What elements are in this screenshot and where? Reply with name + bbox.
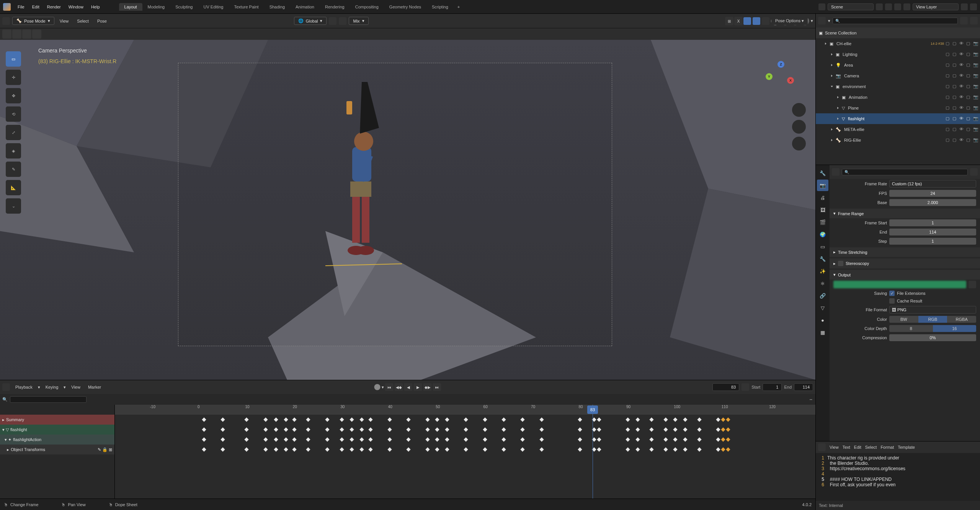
keyframe-icon[interactable] xyxy=(673,447,678,451)
keyframe-icon[interactable] xyxy=(721,447,725,451)
keyframe-icon[interactable] xyxy=(464,427,468,432)
keyframe-icon[interactable] xyxy=(726,437,730,441)
constraint-tab-icon[interactable]: 🔗 xyxy=(817,290,828,301)
keyframe-icon[interactable] xyxy=(683,427,687,432)
keyframe-icon[interactable] xyxy=(445,437,449,441)
te-format-menu[interactable]: Format xyxy=(880,445,894,450)
annotate-tool[interactable]: ✎ xyxy=(6,162,21,177)
keyframe-icon[interactable] xyxy=(220,427,225,432)
render-toggle-icon[interactable]: 📷 xyxy=(973,95,978,100)
te-select-menu[interactable]: Select xyxy=(865,445,877,450)
keyframe-icon[interactable] xyxy=(626,447,630,451)
frame-range-section[interactable]: ▾ Frame Range xyxy=(830,209,980,218)
keyframe-icon[interactable] xyxy=(716,417,720,422)
viewport-canvas[interactable]: Camera Perspective (83) RIG-Ellie : IK-M… xyxy=(0,40,815,380)
keyframe-icon[interactable] xyxy=(697,437,701,441)
keyframe-icon[interactable] xyxy=(626,437,630,441)
scene-new-icon[interactable] xyxy=(876,3,883,10)
output-section[interactable]: ▾ Output xyxy=(830,270,980,280)
viewport-toggle-icon[interactable]: ▢ xyxy=(966,62,972,68)
keyframe-icon[interactable] xyxy=(435,427,439,432)
render-toggle-icon[interactable]: 📷 xyxy=(973,52,978,57)
keyframe-icon[interactable] xyxy=(726,427,730,432)
viewport-toggle-icon[interactable]: ▢ xyxy=(966,95,972,100)
keyframe-icon[interactable] xyxy=(369,427,373,432)
select-toggle-icon[interactable]: ▢ xyxy=(952,84,958,89)
select-mode-4-icon[interactable] xyxy=(32,29,41,39)
snap-toggle-icon[interactable] xyxy=(339,17,346,25)
keyframe-icon[interactable] xyxy=(435,437,439,441)
workspace-tab-sculpting[interactable]: Sculpting xyxy=(170,3,198,11)
keyframe-icon[interactable] xyxy=(483,427,487,432)
keyframe-icon[interactable] xyxy=(369,447,373,451)
end-frame-field[interactable]: 114 xyxy=(794,383,813,391)
keyframe-icon[interactable] xyxy=(306,427,310,432)
viewport-toggle-icon[interactable]: ▢ xyxy=(966,127,972,132)
keyframe-icon[interactable] xyxy=(521,437,525,441)
keyframe-icon[interactable] xyxy=(387,427,392,432)
keyframe-icon[interactable] xyxy=(663,427,668,432)
render-toggle-icon[interactable]: 📷 xyxy=(973,62,978,68)
scene-copy-icon[interactable] xyxy=(885,3,892,10)
pivot-dropdown-icon[interactable] xyxy=(329,17,336,25)
workspace-tab-geonodes[interactable]: Geometry Nodes xyxy=(384,3,426,11)
select-toggle-icon[interactable]: ▢ xyxy=(952,62,958,68)
exclude-toggle-icon[interactable]: ▢ xyxy=(946,62,951,68)
fps-field[interactable]: 24 xyxy=(889,190,976,197)
outliner-item-flashlight[interactable]: ▽flashlight▢▢👁▢📷 xyxy=(816,113,980,124)
editor-type-icon[interactable] xyxy=(832,168,840,176)
keyframe-icon[interactable] xyxy=(578,447,582,451)
keyframe-icon[interactable] xyxy=(245,417,249,422)
outliner-item-animation[interactable]: ▣Animation▢▢👁▢📷 xyxy=(816,92,980,103)
modifier-tab-icon[interactable]: 🔧 xyxy=(817,253,828,265)
frame-step-field[interactable]: 1 xyxy=(889,238,976,245)
hide-toggle-icon[interactable]: 👁 xyxy=(959,73,965,78)
keyframe-icon[interactable] xyxy=(306,437,310,441)
keyframe-icon[interactable] xyxy=(721,437,725,441)
keyframe-icon[interactable] xyxy=(263,437,268,441)
color-bw-button[interactable]: BW xyxy=(889,316,918,323)
keyframe-icon[interactable] xyxy=(683,437,687,441)
workspace-tab-modeling[interactable]: Modeling xyxy=(142,3,170,11)
keyframe-icon[interactable] xyxy=(292,447,296,451)
keyframe-icon[interactable] xyxy=(425,437,430,441)
keyframe-icon[interactable] xyxy=(263,447,268,451)
properties-search-input[interactable] xyxy=(842,169,968,175)
depth-8-button[interactable]: 8 xyxy=(889,325,933,332)
keyframe-icon[interactable] xyxy=(663,437,668,441)
keyframe-icon[interactable] xyxy=(721,427,725,432)
te-edit-menu[interactable]: Edit xyxy=(854,445,861,450)
viewlayer-name-field[interactable] xyxy=(913,3,959,10)
action-row[interactable]: ▾ ✦ flashlightAction xyxy=(0,435,114,445)
keyframe-icon[interactable] xyxy=(406,427,410,432)
rotate-tool[interactable]: ⟲ xyxy=(6,106,21,122)
keyframe-icon[interactable] xyxy=(306,447,310,451)
edit-menu[interactable]: Edit xyxy=(28,3,43,11)
character-rig[interactable] xyxy=(325,78,402,293)
pan-gizmo-icon[interactable] xyxy=(792,120,806,134)
keyframe-icon[interactable] xyxy=(340,447,344,451)
file-format-dropdown[interactable]: 🖼 PNG xyxy=(889,306,976,314)
render-toggle-icon[interactable]: 📷 xyxy=(973,84,978,89)
keyframe-icon[interactable] xyxy=(578,427,582,432)
viewport-toggle-icon[interactable]: ▢ xyxy=(966,84,972,89)
keyframe-icon[interactable] xyxy=(716,427,720,432)
expand-toggle-icon[interactable] xyxy=(831,86,833,87)
xray-toggle-icon[interactable] xyxy=(762,17,769,25)
keyframe-icon[interactable] xyxy=(425,447,430,451)
keyframe-icon[interactable] xyxy=(597,417,601,422)
data-tab-icon[interactable]: ▽ xyxy=(817,302,828,314)
help-menu[interactable]: Help xyxy=(87,3,104,11)
keyframe-icon[interactable] xyxy=(292,417,296,422)
keyframe-icon[interactable] xyxy=(726,417,730,422)
keyframe-icon[interactable] xyxy=(726,447,730,451)
file-menu[interactable]: File xyxy=(14,3,28,11)
filter-toggle-icon[interactable]: ↔ xyxy=(809,397,813,402)
keyframe-icon[interactable] xyxy=(626,427,630,432)
hide-toggle-icon[interactable]: 👁 xyxy=(959,137,965,143)
keyframe-icon[interactable] xyxy=(340,427,344,432)
keyframe-row[interactable] xyxy=(115,425,815,435)
keyframe-icon[interactable] xyxy=(673,427,678,432)
scene-collection-row[interactable]: ▣ Scene Collection xyxy=(816,28,980,38)
outliner-item-ch-ellie[interactable]: ▣CH-ellie14·2·#38▢▢👁▢📷 xyxy=(816,38,980,49)
